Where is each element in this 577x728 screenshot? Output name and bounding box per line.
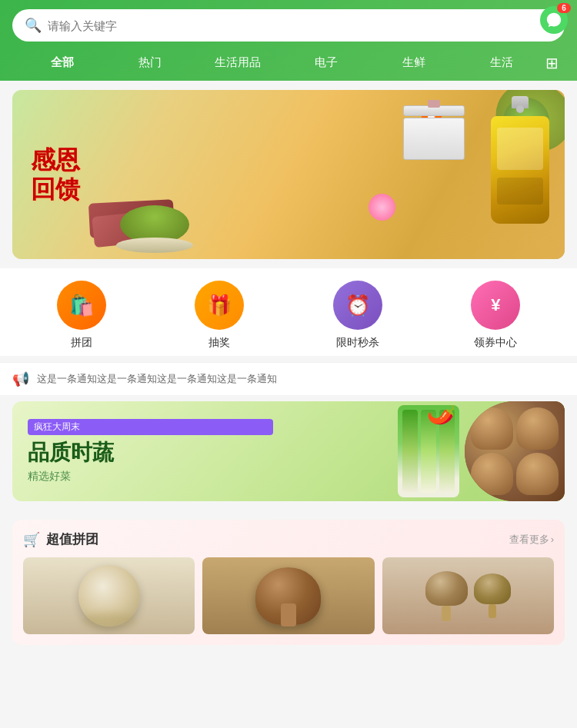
notice-text: 这是一条通知这是一条通知这是一条通知这是一条通知: [37, 372, 565, 386]
banner-content: 感恩 回馈: [31, 145, 80, 204]
search-icon: 🔍: [25, 17, 42, 34]
nav-item-life[interactable]: 生活: [458, 52, 545, 73]
lottery-label: 抽奖: [208, 336, 230, 350]
nav-item-hot[interactable]: 热门: [106, 52, 194, 73]
product-card-1[interactable]: [23, 557, 195, 634]
flash-sale-label: 限时秒杀: [336, 336, 379, 350]
product-card-2[interactable]: [202, 557, 374, 634]
notice-bar: 📢 这是一条通知这是一条通知这是一条通知这是一条通知: [0, 362, 577, 395]
lottery-icon: 🎁: [195, 281, 244, 330]
coupon-label: 领券中心: [474, 336, 517, 350]
section-icon: 🛒: [23, 531, 40, 548]
notice-icon: 📢: [12, 371, 29, 387]
veg-subtitle: 精选好菜: [28, 470, 273, 484]
quick-actions: 🛍️ 拼团 🎁 抽奖 ⏰ 限时秒杀 ¥ 领券中心: [0, 268, 577, 356]
action-coupon[interactable]: ¥ 领券中心: [427, 281, 565, 350]
product-row: [23, 557, 554, 634]
group-buy-icon: 🛍️: [57, 281, 106, 330]
see-more-button[interactable]: 查看更多 ›: [509, 533, 554, 547]
search-bar: 🔍 6: [12, 9, 565, 42]
section-header: 🛒 超值拼团 查看更多 ›: [23, 530, 554, 548]
section-title: 超值拼团: [46, 530, 98, 548]
group-buy-label: 拼团: [71, 336, 92, 350]
veg-banner[interactable]: 疯狂大周末 品质时蔬 精选好菜 🌶️: [12, 401, 565, 501]
veg-tag: 疯狂大周末: [28, 419, 273, 435]
see-more-text: 查看更多: [509, 533, 549, 547]
veg-banner-left: 疯狂大周末 品质时蔬 精选好菜: [12, 401, 288, 501]
spacer: [0, 510, 577, 520]
coupon-icon: ¥: [471, 281, 520, 330]
chat-icon: [545, 12, 562, 28]
nav-bar: 全部 热门 生活用品 电子 生鲜 生活 ⊞: [12, 52, 565, 81]
group-buy-section: 🛒 超值拼团 查看更多 ›: [12, 520, 565, 645]
action-flash-sale[interactable]: ⏰ 限时秒杀: [288, 281, 427, 350]
nav-item-daily[interactable]: 生活用品: [194, 52, 282, 73]
chevron-right-icon: ›: [551, 534, 554, 545]
product-image-1: [23, 557, 195, 634]
veg-banner-right: 🌶️: [261, 401, 565, 501]
action-lottery[interactable]: 🎁 抽奖: [151, 281, 289, 350]
banner-section: 感恩 回馈 进店领取20元红包: [0, 81, 577, 268]
veg-mushroom-circle: [465, 401, 565, 501]
product-image-2: [202, 557, 374, 634]
message-icon: 6: [540, 6, 568, 34]
product-card-3[interactable]: [382, 557, 554, 634]
header: 🔍 6 全部 热门 生活用品 电子 生鲜 生活 ⊞: [0, 0, 577, 81]
search-input[interactable]: [48, 19, 552, 32]
nav-item-fresh[interactable]: 生鲜: [370, 52, 458, 73]
banner-title: 感恩 回馈: [31, 145, 80, 204]
section-title-wrap: 🛒 超值拼团: [23, 530, 98, 548]
flash-sale-icon: ⏰: [333, 281, 382, 330]
gift-box: [403, 105, 465, 160]
flower-decoration: [369, 194, 395, 221]
bean-bowl: [120, 205, 193, 253]
nav-item-electronics[interactable]: 电子: [282, 52, 370, 73]
product-image-3: [382, 557, 554, 634]
action-group-buy[interactable]: 🛍️ 拼团: [12, 281, 151, 350]
nav-item-all[interactable]: 全部: [18, 52, 106, 73]
oil-bottle: [491, 96, 549, 224]
veg-title: 品质时蔬: [28, 440, 273, 466]
veg-image-chili: 🌶️: [428, 401, 455, 427]
message-badge: 6: [557, 3, 571, 13]
main-banner[interactable]: 感恩 回馈 进店领取20元红包: [12, 90, 565, 259]
grid-menu-icon[interactable]: ⊞: [545, 54, 559, 72]
message-button[interactable]: 6: [537, 3, 571, 37]
